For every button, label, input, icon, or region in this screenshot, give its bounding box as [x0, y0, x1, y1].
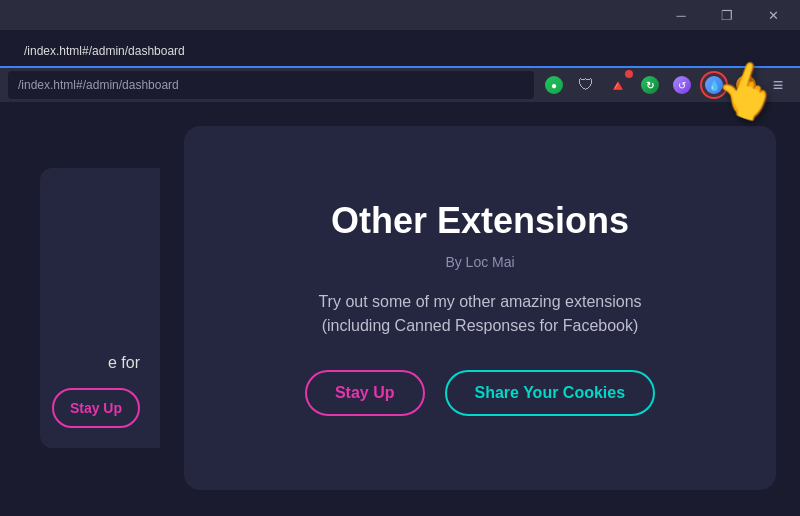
- card-subtitle: By Loc Mai: [445, 254, 514, 270]
- extension-green-icon[interactable]: ↻: [636, 71, 664, 99]
- left-partial-card: e for Stay Up: [40, 168, 160, 448]
- alert-badge-icon[interactable]: 🔺: [604, 71, 632, 99]
- extension-highlighted-icon[interactable]: 💧: [700, 71, 728, 99]
- stay-up-button[interactable]: Stay Up: [305, 370, 425, 416]
- left-stay-up-button[interactable]: Stay Up: [52, 388, 140, 428]
- address-text: /index.html#/admin/dashboard: [18, 78, 179, 92]
- alert-dot: [625, 70, 633, 78]
- shield-icon[interactable]: 🛡: [572, 71, 600, 99]
- title-bar: ─ ❐ ✕: [0, 0, 800, 30]
- menu-icon[interactable]: ≡: [764, 71, 792, 99]
- left-panel: e for Stay Up: [0, 102, 160, 514]
- tab-bar: /index.html#/admin/dashboard: [0, 30, 800, 66]
- address-bar-row: /index.html#/admin/dashboard ● 🛡 🔺 ↻ ↺ 💧: [0, 66, 800, 102]
- card-title: Other Extensions: [331, 200, 629, 242]
- address-bar[interactable]: /index.html#/admin/dashboard: [8, 71, 534, 99]
- restore-button[interactable]: ❐: [704, 0, 750, 30]
- green-dot-icon[interactable]: ●: [540, 71, 568, 99]
- profile-icon[interactable]: J: [732, 71, 760, 99]
- main-card: Other Extensions By Loc Mai Try out some…: [184, 126, 776, 490]
- card-description: Try out some of my other amazing extensi…: [290, 290, 670, 338]
- green-circle-icon: ●: [545, 76, 563, 94]
- close-button[interactable]: ✕: [750, 0, 796, 30]
- content-area: e for Stay Up Other Extensions By Loc Ma…: [0, 102, 800, 514]
- minimize-button[interactable]: ─: [658, 0, 704, 30]
- share-your-cookies-button[interactable]: Share Your Cookies: [445, 370, 656, 416]
- left-partial-text: e for: [108, 354, 140, 372]
- card-buttons: Stay Up Share Your Cookies: [305, 370, 655, 416]
- tab-label: /index.html#/admin/dashboard: [24, 44, 185, 58]
- extension-sync-icon[interactable]: ↺: [668, 71, 696, 99]
- active-tab[interactable]: /index.html#/admin/dashboard: [8, 36, 201, 66]
- toolbar-icons: ● 🛡 🔺 ↻ ↺ 💧 J ≡: [540, 71, 792, 99]
